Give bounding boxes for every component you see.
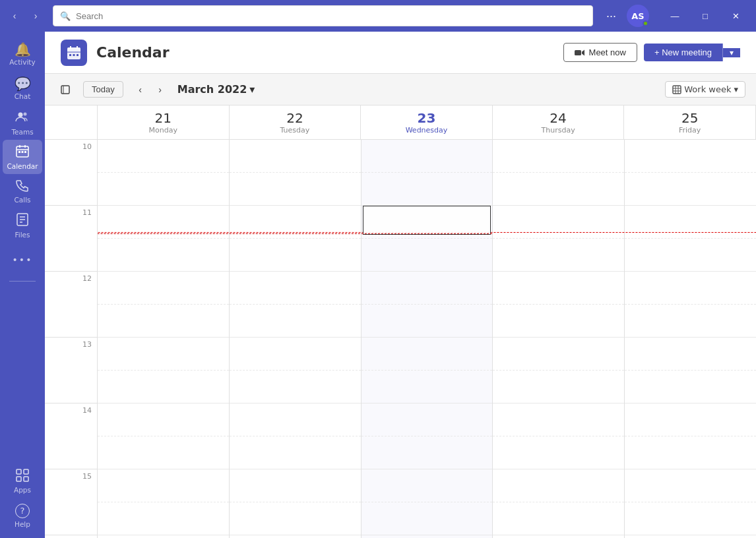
meet-now-button[interactable]: Meet now	[563, 43, 637, 62]
day-col-wednesday[interactable]	[362, 140, 493, 538]
svg-rect-16	[24, 477, 28, 481]
sidebar-item-label: Calls	[14, 196, 30, 204]
header-actions: Meet now + New meeting ▾	[563, 43, 740, 62]
minimize-button[interactable]: —	[660, 5, 690, 26]
sidebar-item-teams[interactable]: Teams	[3, 105, 42, 140]
today-button[interactable]: Today	[83, 81, 123, 98]
svg-rect-22	[69, 54, 71, 56]
more-options-button[interactable]: ···	[601, 7, 621, 26]
time-row-13-wed	[362, 338, 493, 404]
time-row-12-wed	[362, 272, 493, 338]
day-header-friday[interactable]: 25 Friday	[624, 105, 756, 139]
time-row-15-mon	[98, 469, 229, 535]
day-header-monday[interactable]: 21 Monday	[98, 105, 230, 139]
calendar-title: Calendar	[96, 44, 170, 61]
time-column: 10 11 12 13 14 15	[45, 105, 98, 538]
svg-rect-18	[67, 47, 80, 52]
day-header-wednesday[interactable]: 23 Wednesday	[361, 105, 493, 139]
view-selector[interactable]: Work week ▾	[665, 81, 745, 98]
time-row-13-thu	[493, 338, 624, 404]
prev-period-button[interactable]: ‹	[131, 80, 150, 99]
time-row-13-tue	[230, 338, 361, 404]
svg-rect-13	[16, 469, 21, 474]
calendar-icon	[15, 144, 30, 160]
days-area: 21 Monday 22 Tuesday 23 Wednesday 24 Thu…	[98, 105, 756, 538]
expand-button[interactable]	[55, 82, 75, 97]
svg-rect-24	[77, 54, 79, 56]
maximize-button[interactable]: □	[690, 5, 720, 26]
day-header-tuesday[interactable]: 22 Tuesday	[230, 105, 362, 139]
nav-arrows: ‹ ›	[5, 7, 45, 25]
day-name-thursday: Thursday	[542, 126, 575, 134]
sidebar-item-chat[interactable]: 💬 Chat	[3, 71, 42, 105]
time-row-11-thu	[493, 206, 624, 272]
time-row-14-fri	[625, 404, 756, 469]
day-col-monday[interactable]	[98, 140, 230, 538]
time-row-10-mon	[98, 140, 229, 206]
selection-box	[363, 206, 491, 235]
time-row-14-thu	[493, 404, 624, 469]
search-bar[interactable]: 🔍	[53, 5, 593, 26]
sidebar-item-more[interactable]: •••	[3, 243, 42, 277]
time-slot-11: 11	[45, 206, 97, 272]
time-row-13-fri	[625, 338, 756, 404]
meet-now-label: Meet now	[589, 47, 626, 57]
apps-icon	[16, 469, 29, 484]
view-dropdown-icon: ▾	[734, 84, 738, 94]
time-row-15-tue	[230, 469, 361, 535]
sidebar-item-files[interactable]: Files	[3, 208, 42, 243]
sidebar-item-label: Help	[15, 520, 30, 528]
time-row-10-thu	[493, 140, 624, 206]
day-col-thursday[interactable]	[493, 140, 625, 538]
time-row-11-mon	[98, 206, 229, 272]
time-row-10-tue	[230, 140, 361, 206]
sidebar-item-calendar[interactable]: Calendar	[3, 140, 42, 174]
time-row-10-wed	[362, 140, 493, 206]
day-header-thursday[interactable]: 24 Thursday	[493, 105, 625, 139]
days-header: 21 Monday 22 Tuesday 23 Wednesday 24 Thu…	[98, 105, 756, 140]
new-meeting-dropdown-button[interactable]: ▾	[723, 48, 740, 57]
chat-icon: 💬	[15, 77, 31, 90]
svg-rect-23	[73, 54, 75, 56]
time-row-15-thu	[493, 469, 624, 535]
new-meeting-main-button[interactable]: + New meeting	[644, 44, 723, 61]
forward-button[interactable]: ›	[26, 7, 45, 25]
time-row-12-mon	[98, 272, 229, 338]
svg-rect-25	[575, 50, 581, 55]
search-icon: 🔍	[60, 11, 71, 21]
sidebar-item-activity[interactable]: 🔔 Activity	[3, 37, 42, 71]
day-col-friday[interactable]	[625, 140, 756, 538]
day-col-tuesday[interactable]	[230, 140, 362, 538]
next-period-button[interactable]: ›	[151, 80, 170, 99]
time-row-14-wed	[362, 404, 493, 469]
avatar[interactable]: AS	[627, 5, 649, 27]
time-row-14-tue	[230, 404, 361, 469]
sidebar-item-label: Files	[15, 231, 30, 239]
search-input[interactable]	[76, 11, 586, 21]
back-button[interactable]: ‹	[5, 7, 24, 25]
activity-icon: 🔔	[15, 43, 31, 56]
time-row-12-tue	[230, 272, 361, 338]
new-meeting-button[interactable]: + New meeting ▾	[644, 44, 740, 61]
sidebar-item-calls[interactable]: Calls	[3, 174, 42, 208]
time-row-11-fri	[625, 206, 756, 272]
days-body	[98, 140, 756, 538]
main-layout: 🔔 Activity 💬 Chat Teams	[0, 32, 756, 538]
sidebar-item-apps[interactable]: Apps	[3, 464, 42, 498]
files-icon	[16, 212, 29, 229]
title-bar: ‹ › 🔍 ··· AS — □ ✕	[0, 0, 756, 32]
close-button[interactable]: ✕	[720, 5, 751, 26]
view-label: Work week	[684, 84, 731, 94]
time-slot-13: 13	[45, 338, 97, 404]
time-slot-14: 14	[45, 404, 97, 469]
sidebar: 🔔 Activity 💬 Chat Teams	[0, 32, 45, 538]
day-num-21: 21	[155, 110, 172, 126]
calendar-toolbar: Today ‹ › March 2022 ▾ Work week ▾	[45, 74, 756, 105]
calls-icon	[16, 179, 29, 194]
month-label[interactable]: March 2022 ▾	[177, 83, 255, 96]
time-slot-10: 10	[45, 140, 97, 206]
sidebar-item-label: Teams	[11, 128, 33, 136]
sidebar-item-help[interactable]: ? Help	[3, 498, 42, 533]
calendar-header: Calendar Meet now + New meeting ▾	[45, 32, 756, 74]
svg-rect-15	[16, 477, 21, 481]
